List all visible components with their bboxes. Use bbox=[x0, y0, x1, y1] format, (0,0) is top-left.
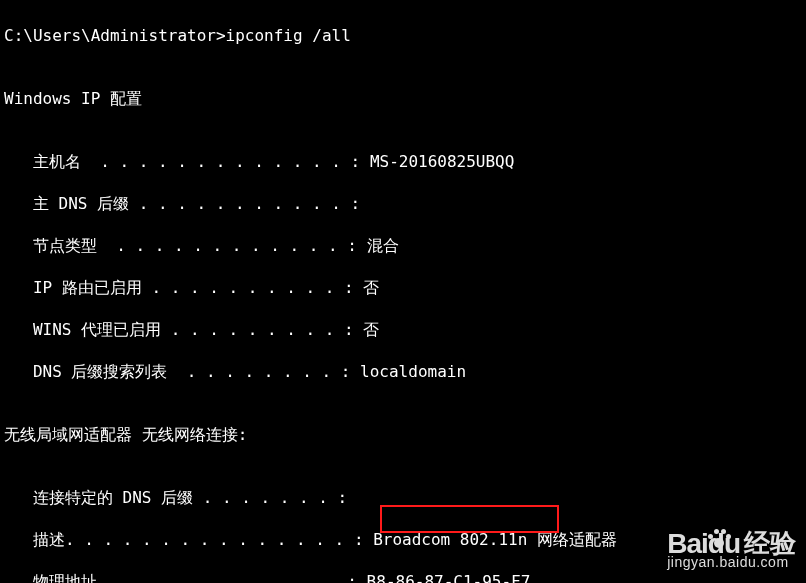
row-wins-proxy: WINS 代理已启用 . . . . . . . . . : 否 bbox=[4, 319, 802, 340]
row-node-type: 节点类型 . . . . . . . . . . . . : 混合 bbox=[4, 235, 802, 256]
baidu-jingyan-watermark: Baidu 经验 jingyan.baidu.com bbox=[667, 533, 796, 573]
command-prompt-line: C:\Users\Administrator>ipconfig /all bbox=[4, 25, 802, 46]
watermark-url: jingyan.baidu.com bbox=[667, 552, 796, 573]
row-conn-dns-suffix: 连接特定的 DNS 后缀 . . . . . . . : bbox=[4, 487, 802, 508]
watermark-jingyan: 经验 bbox=[744, 533, 796, 554]
terminal-output: C:\Users\Administrator>ipconfig /all Win… bbox=[0, 0, 806, 583]
section-wlan-adapter: 无线局域网适配器 无线网络连接: bbox=[4, 424, 802, 445]
row-hostname: 主机名 . . . . . . . . . . . . . : MS-20160… bbox=[4, 151, 802, 172]
row-primary-dns-suffix: 主 DNS 后缀 . . . . . . . . . . . : bbox=[4, 193, 802, 214]
section-windows-ip-config: Windows IP 配置 bbox=[4, 88, 802, 109]
row-dns-suffix-search: DNS 后缀搜索列表 . . . . . . . . : localdomain bbox=[4, 361, 802, 382]
row-ip-routing: IP 路由已启用 . . . . . . . . . . : 否 bbox=[4, 277, 802, 298]
